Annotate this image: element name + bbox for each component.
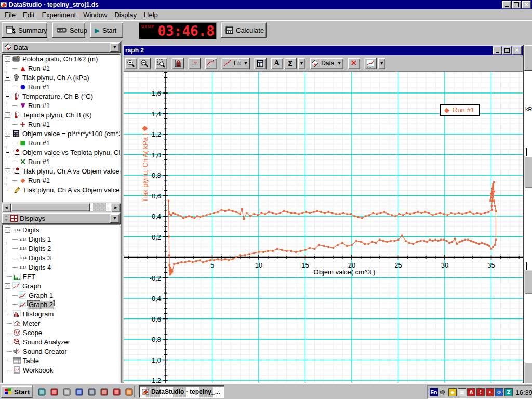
scheduler-icon[interactable]: ▦	[458, 388, 466, 396]
opera-icon[interactable]	[111, 387, 122, 396]
data-tree-item[interactable]: yxObjem valce vs Teplota plynu, Ch	[2, 148, 120, 157]
close-button[interactable]: ×	[522, 1, 531, 9]
displays-tree-item[interactable]: Meter	[2, 318, 120, 328]
graph-minimize-button[interactable]	[493, 46, 502, 55]
data-tree-item[interactable]: Temperature, Ch B (°C)	[2, 91, 120, 101]
data-tree-hscrollbar[interactable]: ◀ ▶	[2, 203, 121, 211]
alert-agent-icon[interactable]: !	[476, 388, 485, 396]
paint-icon[interactable]	[74, 387, 84, 396]
data-tree-item[interactable]: ●Run #1	[2, 82, 120, 91]
data-dropdown-button[interactable]: Data▼	[310, 58, 343, 69]
x-axis-label[interactable]: Objem valce( cm^3 )	[280, 268, 409, 276]
data-tree-item[interactable]: ×Run #1	[2, 157, 120, 166]
expand-box[interactable]	[5, 94, 10, 99]
displays-dropdown-button[interactable]: ▼	[110, 214, 119, 223]
dragon-icon[interactable]	[99, 387, 109, 396]
menu-help[interactable]: Help	[140, 10, 162, 20]
data-tree-item[interactable]: Tlak plynu, Ch A vs Objem valce	[2, 185, 120, 194]
calculate-button[interactable]	[254, 58, 267, 69]
displays-tree-item[interactable]: Sound Creator	[2, 347, 120, 356]
maximize-button[interactable]	[512, 1, 521, 9]
data-tree-item[interactable]: ▲Run #1	[2, 63, 120, 73]
displays-tree-item[interactable]: Sound Analyzer	[2, 337, 120, 347]
text-annotation-button[interactable]: A	[271, 58, 283, 69]
menu-edit[interactable]: Edit	[19, 10, 38, 20]
displays-tree-item[interactable]: Graph	[2, 281, 120, 290]
menu-experiment[interactable]: Experiment	[38, 10, 79, 20]
hotkey-icon[interactable]: ◆	[448, 388, 457, 396]
slope-tool-button[interactable]	[205, 58, 217, 69]
displays-tree-item[interactable]: 3.14Digits 4	[2, 262, 120, 272]
displays-tree-item[interactable]: Histogram	[2, 309, 120, 318]
start-menu-button[interactable]: Start	[1, 385, 33, 398]
update-icon[interactable]: ⟳	[495, 388, 503, 396]
volume-icon[interactable]	[439, 388, 447, 396]
displays-tree-item[interactable]: Graph 2	[2, 300, 120, 309]
antivirus-icon[interactable]: ✦	[486, 388, 494, 396]
calculate-button[interactable]: Calculate	[221, 22, 267, 38]
summary-button[interactable]: Summary	[2, 22, 47, 38]
graph-titlebar[interactable]: raph 2 ×	[124, 46, 523, 55]
notes-icon[interactable]	[36, 387, 47, 396]
displays-tree-item[interactable]: Graph 1	[2, 290, 120, 300]
graph-maximize-button[interactable]	[502, 46, 512, 55]
menu-display[interactable]: Display	[111, 10, 140, 20]
displays-tree-item[interactable]: Scope	[2, 328, 120, 337]
statistics-button[interactable]: Σ	[284, 58, 297, 69]
expand-box[interactable]	[5, 112, 10, 118]
data-tree-item[interactable]: ■Run #1	[2, 138, 120, 148]
data-tree-item[interactable]: yxTlak plynu, Ch A vs Objem valce	[2, 166, 120, 176]
menu-file[interactable]: File	[1, 10, 19, 20]
y-axis-label[interactable]: ◆ Tlak plynu, Ch A( kPa )	[139, 124, 151, 204]
plot-area[interactable]: 51015202530351,61,41,21,00,80,60,40,2-0,…	[124, 72, 523, 385]
setup-button[interactable]: Setup	[52, 22, 85, 38]
data-tree-item[interactable]: +Run #1	[2, 119, 120, 129]
menu-window[interactable]: Window	[79, 10, 111, 20]
displays-tree-item[interactable]: 3.14Digits 1	[2, 234, 120, 244]
data-panel-header[interactable]: Data ▼	[2, 42, 121, 53]
expand-box[interactable]	[5, 283, 10, 289]
displays-tree-item[interactable]: FFT	[2, 272, 120, 281]
displays-tree-item[interactable]: 3.14Digits	[2, 225, 120, 234]
zoom-out-button[interactable]	[138, 58, 151, 69]
displays-tree-item[interactable]: Table	[2, 356, 120, 365]
displays-tree-item[interactable]: 3.14Digits 3	[2, 253, 120, 262]
displays-tree-item[interactable]: 3.14Digits 2	[2, 244, 120, 253]
graph-settings-button[interactable]	[364, 58, 377, 69]
remove-button[interactable]: ✕	[348, 58, 360, 69]
taskbar-task-datastudio[interactable]: DataStudio - tepelny_...	[139, 385, 224, 398]
flame-icon[interactable]	[124, 387, 134, 396]
data-tree-item[interactable]: ▼Run #1	[2, 101, 120, 110]
scale-to-fit-button[interactable]	[171, 58, 184, 69]
graph-settings-dropdown-arrow[interactable]: ▼	[378, 58, 385, 69]
acrobat-icon[interactable]	[49, 387, 59, 396]
zoom-in-button[interactable]	[125, 58, 137, 69]
dialup-icon[interactable]: Z	[504, 388, 513, 396]
zoom-select-button[interactable]	[155, 58, 167, 69]
expand-box[interactable]	[5, 227, 10, 233]
displays-tree-item[interactable]: Workbook	[2, 365, 120, 375]
data-tree-item[interactable]: Objem valce = pi*r*r*y*100 (cm^3)	[2, 129, 120, 138]
displays-panel-header[interactable]: Displays ▼	[2, 212, 121, 224]
data-dropdown-button[interactable]: ▼	[110, 43, 119, 52]
data-tree-item[interactable]: Tlak plynu, Ch A (kPa)	[2, 73, 120, 82]
expand-box[interactable]	[5, 56, 10, 62]
start-button[interactable]: ▶ Start	[90, 22, 123, 38]
graph-close-button[interactable]: ×	[512, 46, 522, 55]
data-tree-item[interactable]: ◆Run #1	[2, 176, 120, 185]
expand-box[interactable]	[5, 131, 10, 137]
scroll-thumb[interactable]	[11, 203, 90, 211]
fit-dropdown-button[interactable]: Fit▼	[221, 58, 250, 69]
keyboard-layout-indicator[interactable]: En	[430, 388, 438, 396]
smart-tool-button[interactable]: xy	[188, 58, 201, 69]
calculator-icon[interactable]	[86, 387, 97, 396]
expand-box[interactable]	[5, 150, 10, 155]
expand-box[interactable]	[5, 168, 10, 174]
ati-icon[interactable]: A	[467, 388, 475, 396]
expand-box[interactable]	[5, 75, 10, 81]
bird-icon[interactable]	[61, 387, 72, 396]
data-tree-item[interactable]: Teplota plynu, Ch B (K)	[2, 110, 120, 119]
minimize-button[interactable]	[502, 1, 511, 9]
statistics-dropdown-arrow[interactable]: ▼	[298, 58, 305, 69]
scroll-right-arrow[interactable]: ▶	[111, 203, 121, 212]
